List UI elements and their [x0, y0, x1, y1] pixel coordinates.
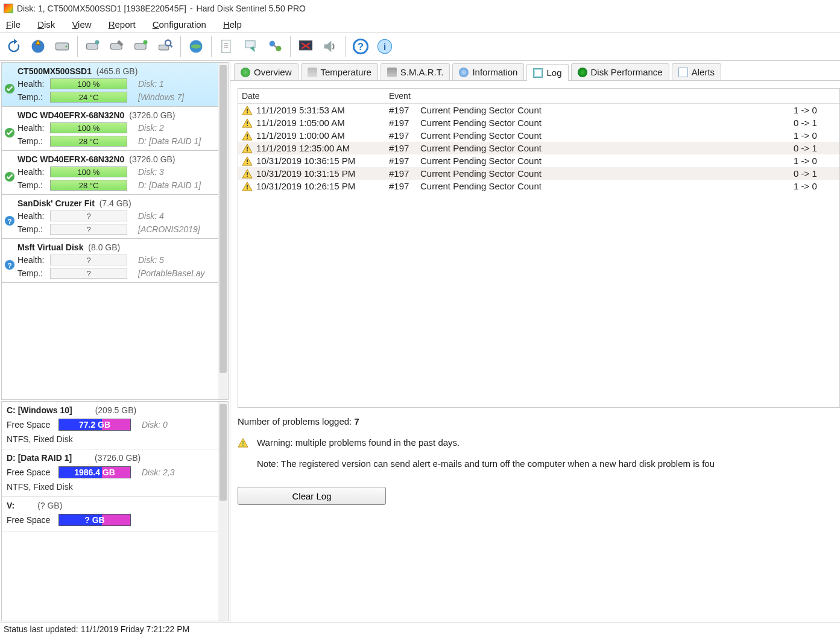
disk-item[interactable]: ? SanDisk' Cruzer Fit (7.4 GB) Health: ?…	[2, 195, 218, 239]
log-row[interactable]: 11/1/2019 5:31:53 AM #197 Current Pendin…	[238, 104, 839, 116]
disk-tool-2-button[interactable]	[106, 35, 128, 58]
tab-log[interactable]: Log	[526, 64, 568, 81]
tab-smart[interactable]: S.M.A.R.T.	[381, 63, 450, 80]
log-change: 0 -> 1	[794, 143, 836, 153]
log-event: Current Pending Sector Count	[420, 156, 794, 166]
svg-rect-37	[247, 150, 248, 151]
log-id: #197	[389, 181, 420, 191]
partition-diskno: Disk: 2,3	[142, 467, 174, 477]
disk-item[interactable]: ? Msft Virtual Disk (8.0 GB) Health: ? D…	[2, 239, 218, 283]
menu-disk[interactable]: Disk	[37, 19, 55, 30]
free-space-label: Free Space	[7, 420, 58, 429]
log-row[interactable]: 10/31/2019 10:31:15 PM #197 Current Pend…	[238, 167, 839, 180]
monitor-cross-button[interactable]	[294, 35, 317, 58]
disk-number: Disk: 3	[138, 167, 164, 177]
information-icon	[459, 68, 469, 77]
svg-text:?: ?	[7, 261, 11, 269]
log-warning-text: Warning: multiple problems found in the …	[257, 437, 459, 448]
menu-file[interactable]: File	[6, 19, 21, 30]
svg-rect-44	[242, 441, 244, 444]
log-row[interactable]: 11/1/2019 1:00:00 AM #197 Current Pendin…	[238, 129, 839, 142]
log-row[interactable]: 11/1/2019 1:05:00 AM #197 Current Pendin…	[238, 116, 839, 129]
tab-alerts[interactable]: Alerts	[672, 63, 721, 80]
warn-globe-button[interactable]	[27, 35, 49, 58]
refresh-button[interactable]	[2, 35, 25, 58]
health-bar: ?	[50, 255, 127, 265]
menu-configuration[interactable]: Configuration	[153, 19, 206, 30]
tab-label: S.M.A.R.T.	[400, 67, 444, 77]
sound-button[interactable]	[318, 35, 341, 58]
log-row[interactable]: 10/31/2019 10:36:15 PM #197 Current Pend…	[238, 154, 839, 167]
alerts-icon	[678, 68, 688, 77]
scrollbar-thumb[interactable]	[219, 404, 227, 501]
status-bar: Status last updated: 11/1/2019 Friday 7:…	[0, 623, 840, 637]
globe-button[interactable]	[185, 35, 207, 58]
svg-rect-40	[247, 172, 248, 174]
scrollbar-thumb[interactable]	[219, 65, 227, 373]
log-event: Current Pending Sector Count	[420, 181, 794, 191]
free-space-bar: ? GB	[58, 514, 131, 526]
partition-list-scrollbar[interactable]	[218, 402, 228, 621]
log-col-event[interactable]: Event	[389, 91, 836, 101]
tab-overview[interactable]: Overview	[234, 63, 298, 80]
svg-rect-42	[247, 185, 248, 187]
log-change: 1 -> 0	[794, 156, 836, 166]
app-icon	[4, 4, 13, 13]
health-label: Health:	[17, 211, 50, 221]
log-col-date[interactable]: Date	[242, 91, 389, 101]
svg-rect-3	[87, 43, 98, 49]
partition-item[interactable]: V: (? GB) Free Space ? GB	[2, 497, 218, 531]
health-label: Health:	[17, 167, 50, 177]
partition-item[interactable]: D: [Data RAID 1] (3726.0 GB) Free Space …	[2, 449, 218, 497]
menu-help[interactable]: Help	[223, 19, 242, 30]
menu-view[interactable]: View	[72, 19, 91, 30]
disk-tool-3-button[interactable]	[130, 35, 153, 58]
disk-item[interactable]: WDC WD40EFRX-68N32N0 (3726.0 GB) Health:…	[2, 151, 218, 195]
toolbar: ? i	[0, 32, 840, 61]
svg-point-7	[144, 40, 148, 45]
disk-size: (3726.0 GB)	[129, 154, 175, 164]
send-report-button[interactable]	[239, 35, 262, 58]
log-row[interactable]: 10/31/2019 10:26:15 PM #197 Current Pend…	[238, 180, 839, 192]
disk-item[interactable]: CT500MX500SSD1 (465.8 GB) Health: 100 % …	[2, 63, 218, 107]
svg-rect-30	[247, 109, 248, 111]
log-change: 1 -> 0	[794, 105, 836, 115]
disk-tool-1-button[interactable]	[81, 35, 104, 58]
tab-perf[interactable]: Disk Performance	[571, 63, 669, 80]
svg-rect-36	[247, 147, 248, 149]
log-id: #197	[389, 105, 420, 115]
about-button[interactable]: i	[373, 35, 396, 58]
svg-rect-35	[247, 138, 248, 139]
warning-icon	[242, 144, 253, 153]
temp-bar: ?	[50, 268, 127, 279]
document-button[interactable]	[215, 35, 238, 58]
partition-letter: V:	[7, 501, 17, 510]
clear-log-button[interactable]: Clear Log	[238, 487, 386, 505]
svg-rect-33	[247, 125, 248, 126]
tab-information[interactable]: Information	[452, 63, 524, 80]
disk-search-button[interactable]	[154, 35, 177, 58]
free-space-label: Free Space	[7, 515, 58, 525]
svg-rect-11	[222, 40, 230, 53]
help-button[interactable]: ?	[349, 35, 372, 58]
log-event: Current Pending Sector Count	[420, 143, 794, 153]
log-note: Note: The registered version can send al…	[257, 458, 840, 469]
disk-list-scrollbar[interactable]	[218, 63, 228, 399]
temp-bar: 28 °C	[50, 136, 127, 147]
window-title-app: Hard Disk Sentinel 5.50 PRO	[197, 4, 306, 13]
menu-report[interactable]: Report	[109, 19, 136, 30]
network-button[interactable]	[264, 35, 286, 58]
warning-icon	[242, 182, 253, 191]
disk-size: (3726.0 GB)	[129, 110, 175, 120]
log-row[interactable]: 11/1/2019 12:35:00 AM #197 Current Pendi…	[238, 142, 839, 154]
overview-icon	[241, 68, 250, 77]
partition-item[interactable]: C: [Windows 10] (209.5 GB) Free Space 77…	[2, 402, 218, 449]
svg-rect-13	[224, 45, 228, 46]
drive-button[interactable]	[51, 35, 74, 58]
disk-item[interactable]: WDC WD40EFRX-68N32N0 (3726.0 GB) Health:…	[2, 107, 218, 151]
svg-rect-12	[224, 43, 228, 44]
log-event: Current Pending Sector Count	[420, 168, 794, 179]
disk-volume-label: D: [Data RAID 1]	[138, 180, 201, 190]
tab-temperature[interactable]: Temperature	[301, 63, 378, 80]
warning-icon	[242, 156, 253, 166]
